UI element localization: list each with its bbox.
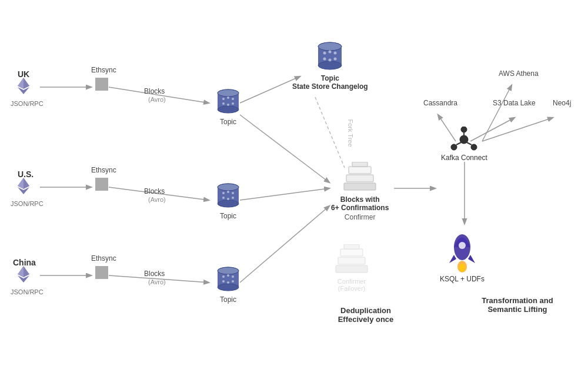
svg-line-3 (240, 115, 329, 182)
confirmer-failover-label: Confirmer(Failover) (338, 278, 366, 292)
svg-rect-75 (340, 249, 363, 256)
gray-box-uk (95, 78, 108, 91)
blocks-confirmations-label2: 6+ Confirmations (331, 204, 389, 212)
svg-point-80 (471, 144, 477, 150)
ksql-node: KSQL + UDFs (440, 227, 485, 283)
svg-point-65 (334, 52, 337, 55)
svg-point-55 (232, 275, 234, 278)
svg-point-53 (222, 275, 225, 278)
transformation-label: Transformation and Semantic Lifting (465, 296, 570, 314)
topic-us-label: Topic (220, 212, 236, 220)
svg-marker-33 (24, 178, 29, 189)
svg-point-30 (232, 102, 234, 105)
svg-point-42 (222, 197, 225, 199)
state-store-label-line1: Topic (292, 74, 368, 82)
svg-point-38 (218, 184, 239, 191)
blocks-uk-sub: (Avro) (148, 96, 166, 103)
jsonrpc-us: JSON/RPC (11, 200, 44, 207)
topic-us: Topic (215, 181, 241, 220)
svg-point-28 (222, 102, 225, 105)
svg-rect-70 (346, 175, 373, 182)
blocks-us-label: Blocks (144, 187, 165, 195)
svg-point-29 (227, 104, 229, 106)
svg-point-61 (318, 61, 342, 69)
svg-marker-47 (24, 266, 29, 277)
svg-rect-73 (336, 265, 368, 273)
ksql-label: KSQL + UDFs (440, 275, 485, 283)
s3-data-lake-label: S3 Data Lake (493, 99, 536, 107)
svg-point-39 (222, 192, 225, 194)
svg-marker-20 (18, 78, 24, 89)
svg-point-26 (227, 97, 229, 99)
svg-point-40 (227, 191, 229, 193)
fork-tree-label: Fork Tree (347, 119, 354, 147)
eth-icon-us (13, 175, 34, 197)
svg-point-54 (227, 274, 229, 277)
svg-line-9 (240, 206, 329, 283)
topic-china: Topic (215, 265, 241, 304)
svg-point-62 (318, 42, 342, 51)
svg-line-2 (240, 77, 300, 103)
svg-rect-76 (344, 244, 359, 249)
svg-line-10 (315, 97, 345, 168)
jsonrpc-uk: JSON/RPC (11, 100, 44, 107)
svg-point-51 (218, 284, 239, 291)
topic-uk: Topic (215, 87, 241, 126)
svg-line-16 (482, 118, 553, 141)
svg-point-52 (218, 267, 239, 274)
svg-point-58 (232, 280, 234, 283)
kafka-connect-node: Kafka Connect (441, 127, 487, 162)
svg-point-44 (232, 197, 234, 199)
blocks-confirmations-label: Blocks with (340, 195, 380, 204)
svg-point-23 (218, 106, 239, 113)
svg-point-66 (323, 58, 326, 61)
svg-marker-48 (18, 266, 24, 277)
eth-icon-china (13, 264, 34, 285)
svg-point-78 (461, 127, 467, 132)
kafka-connect-label: Kafka Connect (441, 154, 487, 162)
ethsync-uk-box (95, 78, 108, 91)
confirmer-failover-node: Confirmer(Failover) (331, 244, 372, 292)
svg-point-64 (329, 51, 332, 54)
svg-rect-74 (338, 257, 365, 264)
gray-box-us (95, 178, 108, 191)
blocks-china-label: Blocks (144, 270, 165, 278)
confirmer-node: Blocks with 6+ Confirmations Confirmer (331, 162, 389, 221)
blocks-uk-label: Blocks (144, 87, 165, 95)
svg-rect-71 (349, 167, 371, 174)
jsonrpc-china: JSON/RPC (11, 288, 44, 295)
svg-point-37 (218, 200, 239, 207)
confirmer-label: Confirmer (345, 213, 376, 221)
svg-point-85 (459, 242, 466, 249)
svg-line-6 (240, 188, 329, 200)
ethsync-uk-label: Ethsync (91, 66, 116, 74)
neo4j-label: Neo4j (553, 99, 571, 107)
ethsync-china-box (95, 266, 108, 279)
svg-point-56 (222, 280, 225, 283)
svg-marker-19 (24, 78, 29, 89)
svg-point-68 (334, 58, 337, 61)
svg-point-24 (218, 89, 239, 97)
aws-athena-label: AWS Athena (499, 69, 539, 78)
cassandra-label: Cassandra (423, 99, 457, 107)
svg-point-79 (451, 144, 457, 150)
svg-rect-69 (344, 183, 376, 190)
diagram: UK JSON/RPC Ethsync Blocks (Avro) (0, 0, 588, 392)
state-store-topic: Topic State Store Changelog (292, 40, 368, 91)
svg-point-67 (329, 59, 332, 62)
svg-point-57 (227, 281, 229, 284)
svg-point-25 (222, 98, 225, 100)
topic-uk-label: Topic (220, 118, 236, 126)
svg-point-63 (323, 52, 326, 55)
svg-point-27 (232, 98, 234, 100)
eth-icon-uk (13, 75, 34, 97)
blocks-china-sub: (Avro) (148, 278, 166, 285)
topic-china-label: Topic (220, 295, 236, 304)
dedup-label: Deduplication Effecively once (322, 306, 410, 324)
svg-point-87 (459, 264, 465, 272)
gray-box-china (95, 266, 108, 279)
svg-point-41 (232, 192, 234, 194)
ethsync-china-label: Ethsync (91, 254, 116, 263)
blocks-us-sub: (Avro) (148, 196, 166, 203)
svg-point-77 (460, 135, 468, 144)
